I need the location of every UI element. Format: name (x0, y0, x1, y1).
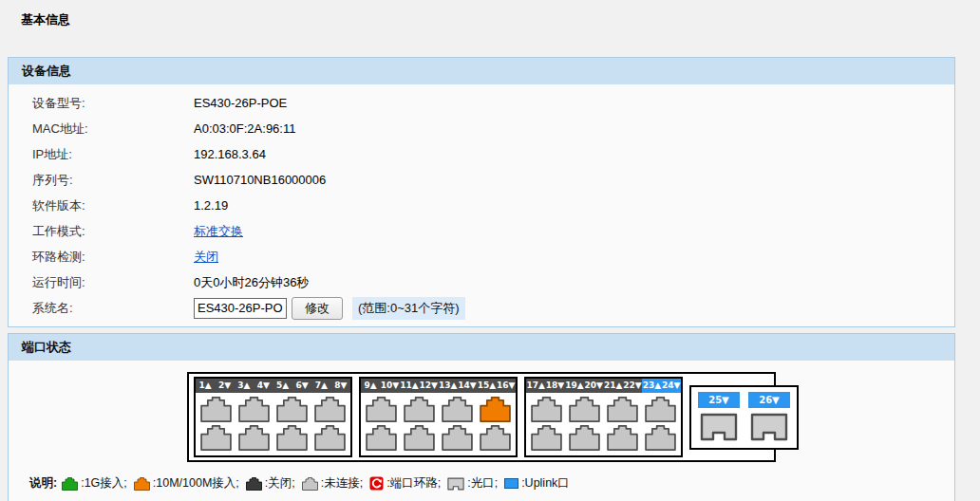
device-row-model: 设备型号: ES430-26P-POE (9, 90, 954, 116)
port-1 (200, 397, 232, 422)
uplink-icon (504, 478, 518, 489)
port-16 (480, 425, 511, 451)
port-label-23: 23▲ (642, 379, 661, 393)
port-label-19: 19▲ (565, 379, 584, 393)
port-13 (442, 397, 473, 422)
port-12 (404, 425, 435, 451)
port-23 (645, 397, 676, 422)
field-value: 192.168.3.64 (194, 147, 266, 161)
port-18 (531, 425, 562, 451)
field-label: 系统名: (9, 300, 194, 317)
port-grid (361, 393, 516, 455)
port-7 (314, 397, 346, 422)
legend-item-label: :未连接; (321, 475, 363, 492)
fiber-icon (447, 477, 464, 491)
1g-icon (62, 477, 78, 491)
legend-item-label: :Uplink口 (521, 475, 570, 492)
port-group-header: 9▲10▼11▲12▼13▲14▼15▲16▼ (361, 379, 516, 393)
port-5 (276, 397, 308, 422)
port-17 (531, 397, 562, 422)
port-14 (442, 425, 473, 451)
port-3 (238, 397, 270, 422)
legend-item-fast: :10M/100M接入; (134, 475, 239, 492)
field-label: 设备型号: (9, 95, 194, 112)
page-title: 基本信息 (0, 0, 980, 57)
legend-item-loop: :端口环路; (369, 475, 441, 492)
port-label-17: 17▲ (526, 379, 545, 393)
port-19 (569, 397, 600, 422)
loop-icon (369, 476, 384, 491)
port-26: 26▼ (748, 392, 790, 441)
port-2 (200, 425, 232, 451)
loop-detect-link[interactable]: 关闭 (194, 249, 218, 266)
range-hint: (范围:0~31个字符) (352, 297, 465, 320)
device-row-ip: IP地址: 192.168.3.64 (9, 141, 954, 167)
device-row-mac: MAC地址: A0:03:0F:2A:96:11 (9, 116, 954, 141)
port-board: 1▲2▼3▲4▼5▲6▼7▲8▼9▲10▼11▲12▼13▲14▼15▲16▼1… (187, 372, 776, 462)
legend-item-label: :1G接入; (81, 475, 127, 492)
port-25: 25▼ (698, 392, 740, 441)
system-name-input[interactable] (194, 298, 287, 319)
field-label: 序列号: (9, 172, 194, 189)
device-row-serial: 序列号: SW110710NB16000006 (9, 167, 954, 193)
work-mode-link[interactable]: 标准交换 (194, 223, 243, 240)
modify-button[interactable]: 修改 (292, 297, 343, 320)
port-group-header: 17▲18▼19▲20▼21▲22▼23▲24▼ (526, 379, 681, 393)
port-label-26: 26▼ (748, 392, 790, 408)
port-4 (238, 425, 270, 451)
port-legend: 说明: :1G接入;:10M/100M接入;:关闭;:未连接;:端口环路;:光口… (9, 475, 954, 492)
port-11 (404, 397, 435, 422)
field-label: 工作模式: (9, 223, 194, 240)
port-label-16: 16▼ (497, 379, 516, 393)
port-21 (607, 397, 638, 422)
port-label-22: 22▼ (623, 379, 642, 393)
port-label-5: 5▲ (273, 379, 292, 393)
port-label-11: 11▲ (400, 379, 419, 393)
port-6 (276, 425, 308, 451)
port-9 (366, 397, 397, 422)
port-label-10: 10▼ (380, 379, 399, 393)
port-label-3: 3▲ (235, 379, 254, 393)
legend-item-closed: :关闭; (246, 475, 295, 492)
device-info-header: 设备信息 (9, 58, 954, 84)
port-status-header: 端口状态 (9, 334, 954, 361)
port-label-18: 18▼ (545, 379, 564, 393)
legend-item-fiber: :光口; (447, 475, 498, 492)
field-value: 1.2.19 (194, 198, 228, 213)
device-row-workmode: 工作模式: 标准交换 (9, 218, 954, 244)
port-group-2: 9▲10▼11▲12▼13▲14▼15▲16▼ (359, 377, 518, 457)
legend-item-label: :光口; (467, 475, 498, 492)
field-value: ES430-26P-POE (194, 96, 287, 110)
port-label-13: 13▲ (439, 379, 458, 393)
system-name-row: 系统名: 修改 (范围:0~31个字符) (9, 295, 954, 321)
port-group-1: 1▲2▼3▲4▼5▲6▼7▲8▼ (194, 377, 352, 457)
legend-item-uplink: :Uplink口 (504, 475, 570, 492)
port-label-1: 1▲ (196, 379, 215, 393)
field-value: 0天0小时26分钟36秒 (194, 274, 309, 291)
port-label-9: 9▲ (361, 379, 380, 393)
port-label-12: 12▼ (419, 379, 438, 393)
device-info-body: 设备型号: ES430-26P-POE MAC地址: A0:03:0F:2A:9… (9, 84, 954, 326)
fiber-port-box: 25▼26▼ (689, 385, 799, 450)
port-group-3: 17▲18▼19▲20▼21▲22▼23▲24▼ (524, 377, 683, 457)
port-8 (314, 425, 346, 451)
legend-caption: 说明: (29, 475, 57, 492)
idle-icon (302, 477, 318, 491)
port-label-20: 20▼ (584, 379, 603, 393)
legend-item-label: :端口环路; (386, 475, 441, 492)
port-label-7: 7▲ (311, 379, 330, 393)
port-label-4: 4▼ (254, 379, 273, 393)
port-label-6: 6▼ (292, 379, 311, 393)
port-label-2: 2▼ (215, 379, 234, 393)
fiber-port-icon (700, 413, 738, 441)
device-row-uptime: 运行时间: 0天0小时26分钟36秒 (9, 269, 954, 295)
field-value: SW110710NB16000006 (194, 173, 326, 187)
port-label-14: 14▼ (458, 379, 477, 393)
port-22 (607, 425, 638, 451)
device-row-version: 软件版本: 1.2.19 (9, 193, 954, 218)
fast-icon (134, 477, 150, 491)
field-label: 环路检测: (9, 249, 194, 266)
closed-icon (246, 477, 262, 491)
port-24 (645, 425, 676, 451)
device-info-panel: 设备信息 设备型号: ES430-26P-POE MAC地址: A0:03:0F… (8, 57, 955, 327)
